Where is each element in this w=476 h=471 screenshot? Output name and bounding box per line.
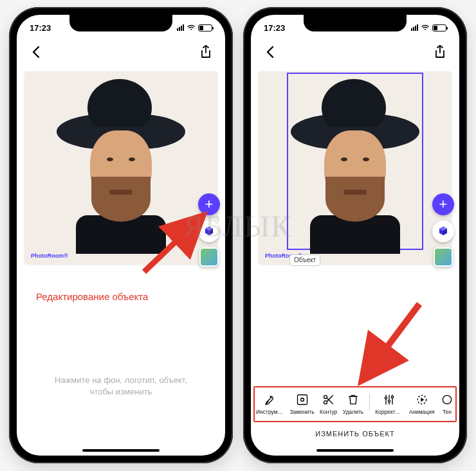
- tool-contour[interactable]: Контур: [320, 393, 337, 415]
- trash-icon: [346, 393, 360, 407]
- annotation-label: Редактирование объекта: [36, 291, 148, 302]
- status-indicators: [177, 24, 212, 31]
- svg-point-4: [385, 397, 387, 399]
- battery-icon: [432, 24, 446, 31]
- tool-replace[interactable]: Заменить: [289, 393, 314, 415]
- share-icon: [434, 45, 446, 59]
- status-time: 17:23: [30, 23, 51, 33]
- notch: [304, 15, 407, 31]
- wifi-icon: [421, 24, 430, 31]
- phone-mockup-left: 17:23: [9, 7, 233, 463]
- toolbar-separator: [369, 394, 370, 411]
- share-button[interactable]: [197, 43, 215, 61]
- sliders-icon: [382, 393, 396, 407]
- subject-object[interactable]: [57, 76, 185, 250]
- tools-icon: [263, 393, 277, 407]
- svg-point-6: [392, 396, 394, 398]
- cube-icon: [437, 226, 449, 237]
- tool-delete[interactable]: Удалить: [343, 393, 363, 415]
- layer-buttons: +: [198, 193, 220, 267]
- home-indicator[interactable]: [82, 449, 160, 452]
- object-layer-button[interactable]: [432, 220, 454, 242]
- svg-point-8: [443, 395, 451, 404]
- status-indicators: [411, 24, 446, 31]
- tool-adjust[interactable]: Корректирова…: [375, 393, 403, 415]
- layer-buttons: +: [432, 193, 454, 267]
- cellular-icon: [177, 24, 184, 31]
- wifi-icon: [187, 24, 196, 31]
- comparison-stage: ЯБЛЫК 17:23: [0, 0, 476, 471]
- object-layer-button[interactable]: [198, 220, 220, 242]
- status-time: 17:23: [264, 23, 285, 33]
- share-button[interactable]: [431, 43, 449, 61]
- editor-canvas[interactable]: Объект PhotoRoom® +: [259, 71, 452, 264]
- chevron-left-icon: [31, 46, 41, 58]
- battery-icon: [198, 24, 212, 31]
- background-layer-button[interactable]: [199, 247, 219, 267]
- shadow-icon: [440, 393, 454, 407]
- tool-animation[interactable]: Анимация: [409, 393, 435, 415]
- tool-shadow[interactable]: Тен: [440, 393, 454, 415]
- add-layer-button[interactable]: +: [432, 193, 454, 215]
- nav-bar: [251, 39, 459, 65]
- tool-instruments[interactable]: Инструменты: [256, 393, 284, 415]
- home-indicator[interactable]: [316, 449, 394, 452]
- scissors-icon: [322, 393, 336, 407]
- replace-icon: [295, 393, 309, 407]
- subject-object[interactable]: [291, 76, 419, 250]
- screen: 17:23: [251, 15, 459, 456]
- share-icon: [199, 45, 212, 59]
- animation-icon: [415, 393, 429, 407]
- phone-mockup-right: 17:23: [243, 7, 467, 463]
- add-layer-button[interactable]: +: [198, 193, 220, 215]
- annotation-arrow: [347, 298, 437, 387]
- object-pill[interactable]: Объект: [289, 254, 320, 266]
- chevron-left-icon: [265, 46, 275, 58]
- notch: [69, 15, 172, 31]
- editor-canvas[interactable]: PhotoRoom® +: [24, 71, 217, 264]
- brandmark: PhotoRoom®: [31, 253, 68, 259]
- toolbar-title: ИЗМЕНИТЬ ОБЪЕКТ: [251, 430, 459, 438]
- svg-point-1: [300, 398, 304, 402]
- object-toolbar: Инструменты Заменить Контур Удалить: [251, 389, 459, 416]
- background-layer-button[interactable]: [434, 247, 453, 267]
- back-button[interactable]: [261, 43, 279, 61]
- hint-text: Нажмите на фон, логотип, объект, чтобы и…: [17, 375, 225, 397]
- back-button[interactable]: [27, 43, 45, 61]
- svg-point-5: [389, 400, 390, 402]
- cube-icon: [203, 226, 215, 237]
- cellular-icon: [411, 24, 418, 31]
- nav-bar: [17, 39, 225, 65]
- svg-rect-0: [297, 395, 307, 405]
- screen: 17:23: [17, 15, 225, 456]
